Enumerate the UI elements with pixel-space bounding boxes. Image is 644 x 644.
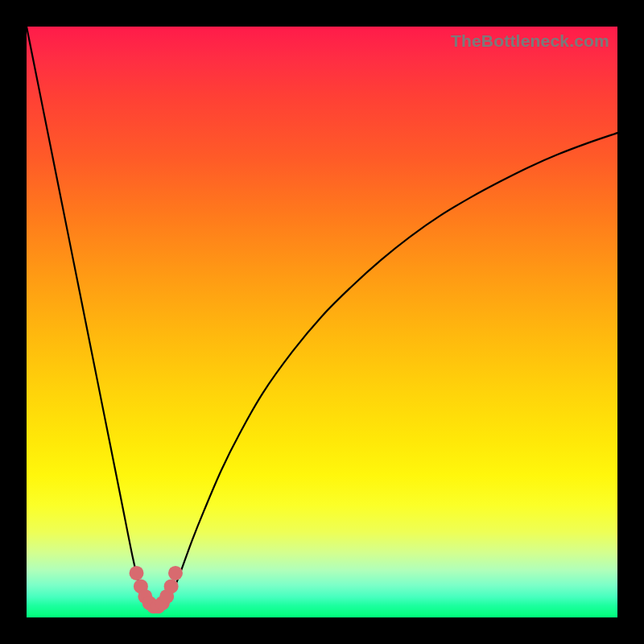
- optimum-marker-dot: [130, 566, 144, 580]
- optimum-marker-dot: [164, 579, 179, 593]
- optimum-markers: [130, 566, 183, 613]
- chart-frame: TheBottleneck.com: [27, 27, 617, 617]
- curve-right-branch: [163, 133, 617, 607]
- bottleneck-curve-svg: [27, 27, 617, 617]
- curve-left-branch: [27, 27, 150, 607]
- optimum-marker-dot: [168, 566, 183, 580]
